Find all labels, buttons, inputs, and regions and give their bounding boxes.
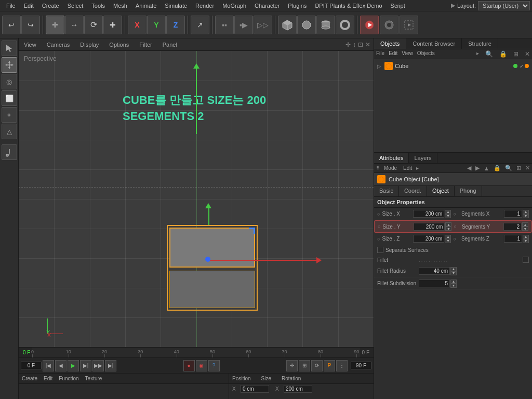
size-z-value[interactable] xyxy=(413,235,444,243)
snap-rotate-button[interactable]: ⟳ xyxy=(311,360,323,371)
viewport-icon-1[interactable]: ✛ xyxy=(345,41,351,48)
tab-attributes[interactable]: Attributes xyxy=(374,153,409,163)
z-axis-button[interactable]: Z xyxy=(166,16,185,34)
cube-primitive-button[interactable] xyxy=(278,16,297,34)
seg-z-toggle[interactable]: ○ xyxy=(453,236,456,242)
fillet-subdiv-down[interactable]: ▼ xyxy=(450,284,457,288)
playback-end[interactable]: ▶| xyxy=(105,360,116,371)
cube-object[interactable] xyxy=(167,225,258,311)
attr-icon-2[interactable]: ▶ xyxy=(475,165,480,171)
playback-step-next[interactable]: ▶| xyxy=(80,360,91,371)
obj-search-icon[interactable]: 🔍 xyxy=(485,50,493,58)
sidebar-spline-button[interactable]: ⟡ xyxy=(2,107,17,123)
fillet-radius-value[interactable] xyxy=(419,267,450,275)
size-x-down[interactable]: ▼ xyxy=(445,214,451,218)
viewport-menu-filter[interactable]: Filter xyxy=(137,41,154,49)
viewport-menu-panel[interactable]: Panel xyxy=(161,41,179,49)
attr-expand-icon[interactable]: ⊞ xyxy=(516,165,521,171)
fillet-checkbox[interactable] xyxy=(523,257,529,263)
size-z-toggle[interactable]: ○ xyxy=(377,236,380,242)
obj-expand-icon2[interactable]: ⊞ xyxy=(513,50,518,58)
size-y-value[interactable] xyxy=(414,223,445,231)
seg-y-down[interactable]: ▼ xyxy=(522,227,528,231)
viewport-icon-4[interactable]: ✕ xyxy=(365,41,370,48)
playback-step-back[interactable]: |◀ xyxy=(43,360,54,371)
undo-button[interactable]: ↩ xyxy=(2,16,21,34)
obj-close-icon[interactable]: ✕ xyxy=(525,50,530,58)
bottom-function-menu[interactable]: Function xyxy=(59,376,78,381)
viewport-menu-cameras[interactable]: Cameras xyxy=(45,41,72,49)
fillet-radius-up[interactable]: ▲ xyxy=(450,267,457,271)
sidebar-move-button[interactable] xyxy=(2,57,17,73)
record-button-2[interactable]: ◉ xyxy=(196,360,207,371)
redo-button[interactable]: ↪ xyxy=(21,16,40,34)
seg-z-down[interactable]: ▼ xyxy=(523,239,529,243)
snap-scale-button[interactable]: ⊞ xyxy=(299,360,310,371)
cube-obj-row[interactable]: ▷ Cube ✓ xyxy=(375,60,531,72)
menu-mograph[interactable]: MoGraph xyxy=(218,2,250,10)
obj-menu-objects[interactable]: Objects xyxy=(417,50,435,58)
menu-script[interactable]: Script xyxy=(387,2,409,10)
obj-menu-edit[interactable]: Edit xyxy=(389,50,397,58)
menu-dpit[interactable]: DPIT Plants & Effex Demo xyxy=(311,2,386,10)
sub-tab-basic[interactable]: Basic xyxy=(374,186,399,196)
record-active-button[interactable]: ● xyxy=(183,360,195,371)
help-button[interactable]: ? xyxy=(208,360,220,371)
tab-layers[interactable]: Layers xyxy=(409,153,437,163)
size-y-up[interactable]: ▲ xyxy=(445,222,451,227)
object-tool-button[interactable]: ↗ xyxy=(191,16,209,34)
move-tool-button[interactable]: ✛ xyxy=(46,16,64,34)
obj-menu-view[interactable]: View xyxy=(402,50,413,58)
obj-menu-file[interactable]: File xyxy=(376,50,384,58)
playback-step-forward[interactable]: ▶▶ xyxy=(92,360,104,371)
attr-close-icon[interactable]: ✕ xyxy=(525,165,530,171)
obj-visible-dot[interactable] xyxy=(513,64,517,68)
size-x-up[interactable]: ▲ xyxy=(445,210,451,214)
obj-render-dot[interactable] xyxy=(525,64,529,68)
obj-lock-icon[interactable]: 🔒 xyxy=(499,50,507,58)
viewport-menu-options[interactable]: Options xyxy=(107,41,131,49)
scale-tool-button[interactable]: ↔ xyxy=(65,16,84,34)
layout-dropdown[interactable]: Startup (User) xyxy=(478,1,530,10)
keyframe-button[interactable]: ▪▶ xyxy=(234,16,253,34)
seg-z-value[interactable] xyxy=(504,235,522,243)
end-frame-input[interactable] xyxy=(351,362,371,369)
sub-tab-coord[interactable]: Coord. xyxy=(399,186,427,196)
x-axis-button[interactable]: X xyxy=(128,16,147,34)
sidebar-polygon-button[interactable]: △ xyxy=(2,124,17,139)
size-z-down[interactable]: ▼ xyxy=(445,239,451,243)
render-region-button[interactable] xyxy=(400,16,418,34)
viewport[interactable]: Perspective CUBE를 만들고 SIZE는 200 SEGEMENT… xyxy=(19,51,374,347)
size-z-up[interactable]: ▲ xyxy=(445,235,451,239)
size-x-toggle[interactable]: ○ xyxy=(377,211,380,217)
cylinder-primitive-button[interactable] xyxy=(316,16,335,34)
size-x-value[interactable] xyxy=(413,210,444,218)
playback-play-button[interactable]: ▶ xyxy=(68,360,79,371)
bottom-texture-menu[interactable]: Texture xyxy=(85,376,102,381)
seg-x-up[interactable]: ▲ xyxy=(523,210,529,214)
fillet-subdiv-value[interactable] xyxy=(419,280,450,287)
pos-x-input[interactable] xyxy=(241,385,269,393)
seg-z-up[interactable]: ▲ xyxy=(523,235,529,239)
sidebar-hook-button[interactable] xyxy=(2,144,17,160)
menu-create[interactable]: Create xyxy=(38,2,63,10)
obj-expand-icon[interactable]: ▸ xyxy=(476,50,479,58)
fillet-radius-down[interactable]: ▼ xyxy=(450,271,457,275)
viewport-menu-view[interactable]: View xyxy=(22,41,38,49)
menu-character[interactable]: Character xyxy=(250,2,284,10)
sidebar-select-button[interactable] xyxy=(2,41,17,56)
snap-move-button[interactable]: ✛ xyxy=(286,360,298,371)
fillet-subdiv-up[interactable]: ▲ xyxy=(450,280,457,284)
torus-primitive-button[interactable] xyxy=(336,16,354,34)
tab-content-browser[interactable]: Content Browser xyxy=(406,38,462,49)
render-button[interactable] xyxy=(360,16,379,34)
menu-mesh[interactable]: Mesh xyxy=(109,2,131,10)
seg-y-toggle[interactable]: ○ xyxy=(454,224,456,229)
seg-x-toggle[interactable]: ○ xyxy=(453,211,456,217)
menu-file[interactable]: File xyxy=(2,2,20,10)
playback-step-prev[interactable]: ◀ xyxy=(55,360,66,371)
size-y-toggle[interactable]: ○ xyxy=(378,224,380,229)
size-x-input[interactable] xyxy=(284,385,312,393)
current-frame-input[interactable] xyxy=(21,362,42,369)
attr-menu-mode[interactable]: Mode xyxy=(382,165,399,171)
